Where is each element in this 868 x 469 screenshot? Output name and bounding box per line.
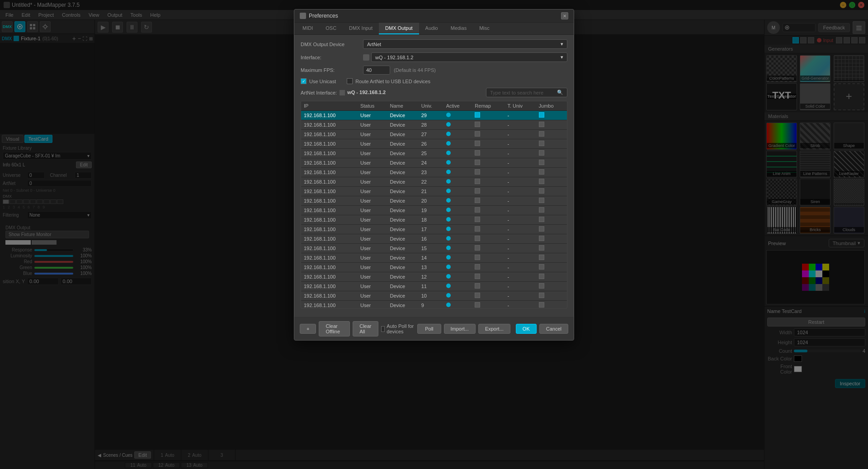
fps-input[interactable]: [363, 66, 390, 75]
table-row[interactable]: 192.168.1.100 User Device 13 -: [301, 263, 567, 272]
jumbo-box[interactable]: [539, 236, 544, 241]
active-dot: [446, 274, 451, 279]
table-row[interactable]: 192.168.1.100 User Device 10 -: [301, 291, 567, 301]
add-device-btn[interactable]: +: [300, 324, 316, 334]
table-row[interactable]: 192.168.1.100 User Device 16 -: [301, 234, 567, 244]
remap-box[interactable]: [475, 207, 480, 213]
remap-box[interactable]: [475, 302, 480, 308]
remap-box[interactable]: [475, 179, 480, 184]
cell-t-univ: -: [505, 139, 536, 149]
table-row[interactable]: 192.168.1.100 User Device 29 -: [301, 111, 567, 120]
remap-box[interactable]: [475, 169, 480, 175]
clear-offline-btn[interactable]: Clear Offline: [319, 321, 350, 336]
import-btn[interactable]: Import...: [444, 324, 476, 334]
auto-poll-check[interactable]: Auto Poll for devices: [381, 323, 415, 334]
device-select[interactable]: ArtNet ▾: [363, 39, 567, 49]
fps-label: Maximum FPS:: [301, 67, 359, 73]
table-row[interactable]: 192.168.1.100 User Device 18 -: [301, 215, 567, 225]
tab-midi[interactable]: MIDI: [296, 23, 319, 34]
tab-misc[interactable]: Misc: [473, 23, 496, 34]
jumbo-box[interactable]: [539, 198, 544, 203]
remap-box[interactable]: [475, 122, 480, 127]
poll-btn[interactable]: Poll: [417, 324, 441, 334]
cell-ip: 192.168.1.100: [301, 196, 358, 206]
jumbo-box[interactable]: [539, 141, 544, 146]
remap-box[interactable]: [475, 264, 480, 270]
remap-box[interactable]: [475, 198, 480, 203]
jumbo-box[interactable]: [539, 226, 544, 232]
cell-status: User: [358, 111, 387, 120]
remap-box[interactable]: [475, 217, 480, 222]
interface-select[interactable]: wQ - 192.168.1.2 ▾: [371, 52, 567, 62]
jumbo-box[interactable]: [539, 274, 544, 279]
ok-btn[interactable]: OK: [516, 324, 537, 334]
remap-box[interactable]: [475, 141, 480, 146]
jumbo-box[interactable]: [539, 131, 544, 137]
table-row[interactable]: 192.168.1.100 User Device 27 -: [301, 130, 567, 139]
jumbo-box[interactable]: [539, 160, 544, 165]
use-unicast-box[interactable]: ✓: [301, 78, 307, 84]
cell-status: User: [358, 168, 387, 177]
cell-name: Device: [387, 282, 418, 291]
jumbo-box[interactable]: [539, 150, 544, 156]
cell-remap: [472, 196, 505, 206]
jumbo-box[interactable]: [539, 188, 544, 194]
jumbo-box[interactable]: [539, 245, 544, 251]
table-row[interactable]: 192.168.1.100 User Device 11 -: [301, 282, 567, 291]
jumbo-box[interactable]: [539, 293, 544, 298]
remap-box[interactable]: [475, 226, 480, 232]
jumbo-box[interactable]: [539, 255, 544, 260]
jumbo-box[interactable]: [539, 283, 544, 289]
remap-box[interactable]: [475, 293, 480, 298]
cell-status: User: [358, 225, 387, 234]
tab-osc[interactable]: OSC: [319, 23, 343, 34]
remap-box[interactable]: [475, 112, 480, 118]
jumbo-box[interactable]: [539, 112, 544, 118]
tab-dmx-input[interactable]: DMX Input: [343, 23, 379, 34]
jumbo-box[interactable]: [539, 207, 544, 213]
table-row[interactable]: 192.168.1.100 User Device 24 -: [301, 158, 567, 168]
cell-name: Device: [387, 187, 418, 196]
table-row[interactable]: 192.168.1.100 User Device 22 -: [301, 177, 567, 187]
table-row[interactable]: 192.168.1.100 User Device 12 -: [301, 272, 567, 282]
dialog-icon: [300, 13, 306, 19]
auto-poll-box[interactable]: [381, 326, 385, 332]
jumbo-box[interactable]: [539, 302, 544, 308]
route-artnet-box[interactable]: [347, 78, 353, 84]
remap-box[interactable]: [475, 283, 480, 289]
table-row[interactable]: 192.168.1.100 User Device 21 -: [301, 187, 567, 196]
remap-box[interactable]: [475, 255, 480, 260]
table-row[interactable]: 192.168.1.100 User Device 26 -: [301, 139, 567, 149]
use-unicast-check[interactable]: ✓ Use Unicast: [301, 78, 336, 84]
jumbo-box[interactable]: [539, 217, 544, 222]
cancel-btn[interactable]: Cancel: [539, 324, 568, 334]
table-row[interactable]: 192.168.1.100 User Device 14 -: [301, 253, 567, 263]
remap-box[interactable]: [475, 160, 480, 165]
remap-box[interactable]: [475, 188, 480, 194]
remap-box[interactable]: [475, 274, 480, 279]
remap-box[interactable]: [475, 236, 480, 241]
jumbo-box[interactable]: [539, 122, 544, 127]
jumbo-box[interactable]: [539, 264, 544, 270]
table-row[interactable]: 192.168.1.100 User Device 28 -: [301, 120, 567, 130]
export-btn[interactable]: Export...: [478, 324, 510, 334]
tab-audio[interactable]: Audio: [419, 23, 444, 34]
remap-box[interactable]: [475, 245, 480, 251]
table-row[interactable]: 192.168.1.100 User Device 17 -: [301, 225, 567, 234]
table-row[interactable]: 192.168.1.100 User Device 19 -: [301, 206, 567, 215]
clear-all-btn[interactable]: Clear All: [353, 321, 378, 336]
jumbo-box[interactable]: [539, 179, 544, 184]
tab-dmx-output[interactable]: DMX Output: [379, 23, 419, 34]
remap-box[interactable]: [475, 131, 480, 137]
table-row[interactable]: 192.168.1.100 User Device 23 -: [301, 168, 567, 177]
dialog-close-btn[interactable]: ✕: [561, 12, 568, 19]
table-row[interactable]: 192.168.1.100 User Device 25 -: [301, 149, 567, 158]
tab-medias[interactable]: Medias: [444, 23, 473, 34]
table-row[interactable]: 192.168.1.100 User Device 15 -: [301, 244, 567, 253]
table-row[interactable]: 192.168.1.100 User Device 9 -: [301, 301, 567, 309]
jumbo-box[interactable]: [539, 169, 544, 175]
remap-box[interactable]: [475, 150, 480, 156]
table-row[interactable]: 192.168.1.100 User Device 20 -: [301, 196, 567, 206]
route-artnet-check[interactable]: Route ArtNet to USB LED devices: [347, 78, 430, 84]
search-box[interactable]: Type text to search here 🔍: [486, 88, 567, 97]
